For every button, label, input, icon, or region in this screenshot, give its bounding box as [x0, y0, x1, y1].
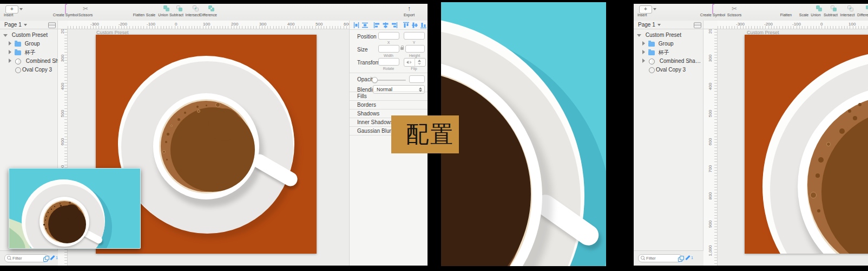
scissors-icon: ✂	[76, 5, 95, 12]
ruler-label: -100	[792, 22, 801, 27]
ruler-label: 200	[708, 29, 713, 37]
ruler-label: 700	[708, 163, 713, 176]
filter-input[interactable]	[4, 254, 49, 262]
ruler-label: 500	[708, 107, 713, 120]
ruler-label: 500	[60, 107, 65, 120]
coffee-bubble	[221, 109, 223, 112]
layer-row-oval[interactable]: Oval Copy 3	[634, 66, 703, 74]
pencil-icon[interactable]	[685, 255, 690, 260]
canvas[interactable]: Custom Preset	[718, 29, 868, 266]
plus-icon: +	[5, 5, 18, 14]
layer-label: 杯子	[659, 49, 669, 55]
opacity-slider-knob[interactable]	[372, 77, 378, 83]
ruler-label: 100	[203, 22, 210, 27]
search-icon	[641, 256, 645, 260]
align-top-icon[interactable]	[403, 22, 410, 29]
annotation-banner: 配置	[391, 115, 459, 153]
width-input[interactable]	[378, 45, 399, 53]
chevron-down-icon[interactable]	[637, 34, 641, 37]
caret-down-icon	[19, 8, 23, 10]
align-center-horizontal-icon[interactable]	[382, 22, 389, 29]
layer-row-artboard[interactable]: Custom Preset	[0, 31, 57, 40]
combined-shape-icon	[649, 59, 655, 64]
align-bottom-icon[interactable]	[420, 22, 427, 29]
chevron-right-icon[interactable]	[9, 41, 11, 46]
chevron-right-icon[interactable]	[642, 59, 645, 63]
rotate-input[interactable]	[378, 58, 399, 66]
position-y-input[interactable]	[404, 32, 425, 40]
chevron-right-icon[interactable]	[9, 59, 11, 63]
duplicate-icon[interactable]	[43, 257, 48, 262]
position-x-input[interactable]	[378, 32, 399, 40]
difference-button[interactable]: Difference	[197, 5, 220, 17]
chevron-right-icon[interactable]	[642, 50, 645, 54]
insert-button[interactable]: + Insert	[636, 5, 659, 17]
filter-input[interactable]	[638, 254, 682, 262]
opacity-input[interactable]	[409, 75, 425, 83]
layer-row-combined-shape[interactable]: Combined Sha…	[0, 57, 57, 66]
scissors-button[interactable]: ✂ Scissors	[725, 5, 744, 17]
chevron-down-icon	[24, 24, 27, 26]
layer-row-oval[interactable]: Oval Copy 3	[0, 66, 57, 74]
page-selector[interactable]: Page 1	[0, 21, 58, 29]
chevron-right-icon[interactable]	[9, 50, 11, 54]
width-axis-label: Width	[378, 54, 399, 57]
vertical-ruler: 200 300 400 500 600 700 800 900 1,000	[703, 29, 718, 266]
align-left-icon[interactable]	[373, 22, 380, 29]
ruler-label: -300	[736, 22, 745, 27]
coffee-bubble	[48, 212, 49, 213]
duplicate-icon[interactable]	[678, 257, 682, 262]
flip-vertical-icon[interactable]	[415, 59, 425, 66]
create-symbol-button[interactable]: Create Symbol	[699, 5, 727, 17]
opacity-slider-track[interactable]	[373, 80, 406, 81]
scissors-button[interactable]: ✂ Scissors	[76, 5, 95, 17]
filter-bar: 1	[0, 250, 58, 266]
toolbar: + Insert Create Symbol ✂ Scissors Flatte…	[0, 4, 428, 21]
coffee-bubble	[167, 133, 169, 136]
chevron-right-icon[interactable]	[642, 41, 645, 46]
search-icon	[7, 256, 11, 260]
layer-row-artboard[interactable]: Custom Preset	[634, 31, 703, 40]
ruler-label: 500	[315, 22, 323, 27]
layer-row-group[interactable]: Group	[634, 40, 703, 48]
ruler-label: 400	[708, 80, 713, 93]
export-button[interactable]: ↑ Export	[397, 5, 421, 17]
flip-control[interactable]	[404, 58, 426, 67]
ruler-label: 900	[708, 218, 713, 231]
divider	[350, 73, 428, 73]
page-list-icon[interactable]	[694, 22, 701, 28]
flip-horizontal-icon[interactable]	[404, 59, 415, 66]
distribute-vertically-icon[interactable]	[361, 22, 369, 29]
pencil-icon[interactable]	[50, 255, 55, 260]
height-input[interactable]	[405, 45, 425, 53]
section-fills[interactable]: Fills	[350, 92, 428, 100]
page-selector[interactable]: Page 1	[634, 21, 703, 29]
flatten-button[interactable]: Flatten	[778, 5, 794, 17]
align-middle-vertical-icon[interactable]	[411, 22, 418, 29]
lock-icon[interactable]	[400, 47, 404, 50]
caret-down-icon	[653, 8, 656, 10]
layer-label: Oval Copy 3	[656, 67, 686, 73]
coffee-bubble	[826, 142, 831, 146]
layer-row-cup[interactable]: 杯子	[0, 48, 57, 57]
coffee-bubble	[177, 118, 180, 121]
coffee-bubble	[45, 220, 46, 221]
insert-button[interactable]: + Insert	[3, 5, 25, 17]
layer-row-combined-shape[interactable]: Combined Sha…	[634, 57, 703, 66]
difference-button[interactable]: Difference	[854, 5, 868, 17]
layer-label: Combined Sha…	[660, 58, 701, 64]
screenshot-stage: + Insert Create Symbol ✂ Scissors Flatte…	[0, 0, 868, 271]
combined-shape-icon	[15, 59, 21, 64]
artboard[interactable]	[745, 35, 868, 254]
x-axis-label: X	[378, 41, 399, 44]
layer-row-cup[interactable]: 杯子	[634, 48, 703, 57]
coffee-swirl	[208, 108, 241, 141]
insert-label: Insert	[3, 13, 25, 17]
distribute-horizontally-icon[interactable]	[353, 22, 360, 29]
align-right-icon[interactable]	[391, 22, 398, 29]
chevron-down-icon[interactable]	[3, 34, 8, 37]
section-borders[interactable]: Borders	[350, 100, 428, 108]
layer-row-group[interactable]: Group	[0, 40, 57, 48]
page-list-icon[interactable]	[48, 22, 56, 28]
coffee-bubble	[817, 209, 820, 212]
